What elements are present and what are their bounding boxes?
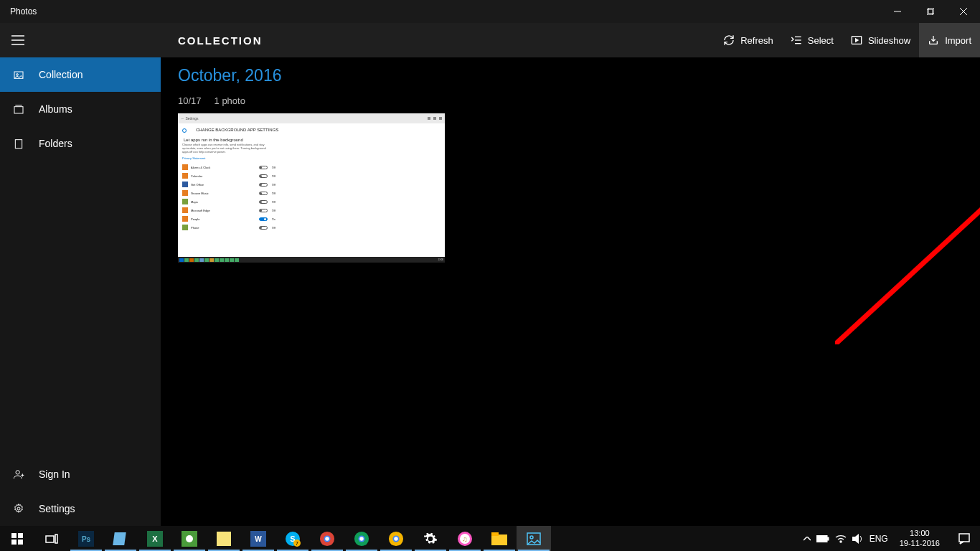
albums-icon bbox=[13, 103, 24, 115]
sidebar-item-label: Albums bbox=[39, 103, 72, 115]
taskbar-app-photoshop[interactable]: Ps bbox=[69, 526, 103, 551]
signin-label: Sign In bbox=[39, 468, 70, 480]
svg-text:Ps: Ps bbox=[82, 535, 91, 543]
tray-volume-icon[interactable] bbox=[852, 534, 864, 544]
svg-rect-2 bbox=[928, 8, 934, 14]
minimize-button[interactable] bbox=[881, 0, 914, 23]
settings-label: Settings bbox=[39, 503, 75, 514]
svg-rect-29 bbox=[46, 536, 54, 542]
import-label: Import bbox=[945, 35, 971, 46]
system-tray: ENG 13:00 19-11-2016 bbox=[804, 526, 980, 551]
sidebar-item-folders[interactable]: Folders bbox=[0, 126, 161, 161]
svg-point-15 bbox=[17, 74, 19, 76]
svg-rect-61 bbox=[816, 535, 827, 542]
svg-point-60 bbox=[530, 536, 533, 539]
taskbar-app-settings[interactable] bbox=[413, 526, 448, 551]
taskbar-app-chrome3[interactable] bbox=[379, 526, 413, 551]
taskbar: Ps X W S7 ♫ ENG 13:00 19-11-2016 bbox=[0, 526, 980, 551]
svg-point-19 bbox=[16, 471, 19, 474]
titlebar: Photos bbox=[0, 0, 980, 23]
sidebar-item-label: Collection bbox=[39, 69, 83, 80]
svg-point-22 bbox=[17, 507, 20, 510]
sidebar-signin[interactable]: Sign In bbox=[0, 457, 161, 491]
start-button[interactable] bbox=[0, 526, 34, 551]
taskbar-app-notepad[interactable] bbox=[103, 526, 138, 551]
slideshow-label: Slideshow bbox=[868, 35, 910, 46]
sidebar-item-collection[interactable]: Collection bbox=[0, 57, 161, 92]
photo-thumbnail[interactable]: ← Settings CHANGE BACKGROUND APP SETTING… bbox=[178, 113, 445, 263]
svg-point-37 bbox=[186, 535, 193, 542]
toolbar: COLLECTION Refresh Select Slideshow Impo… bbox=[0, 23, 980, 57]
annotation-arrow bbox=[835, 129, 980, 344]
taskview-button[interactable] bbox=[34, 526, 69, 551]
sidebar-item-albums[interactable]: Albums bbox=[0, 92, 161, 126]
select-button[interactable]: Select bbox=[782, 23, 842, 57]
tray-chevron-icon[interactable] bbox=[804, 537, 811, 541]
svg-rect-16 bbox=[14, 107, 23, 113]
taskbar-app-word[interactable]: W bbox=[241, 526, 275, 551]
tray-language[interactable]: ENG bbox=[870, 534, 888, 544]
svg-text:7: 7 bbox=[296, 541, 298, 546]
slideshow-button[interactable]: Slideshow bbox=[842, 23, 919, 57]
maximize-button[interactable] bbox=[914, 0, 947, 23]
tray-notifications-icon[interactable] bbox=[951, 526, 977, 551]
clock-date: 19-11-2016 bbox=[900, 539, 940, 549]
taskbar-app-camtasia[interactable] bbox=[172, 526, 207, 551]
taskbar-app-chrome2[interactable] bbox=[344, 526, 379, 551]
svg-rect-1 bbox=[927, 9, 933, 15]
import-icon bbox=[928, 34, 939, 46]
taskbar-app-itunes[interactable]: ♫ bbox=[448, 526, 482, 551]
sidebar-item-label: Folders bbox=[39, 138, 72, 149]
close-button[interactable] bbox=[947, 0, 980, 23]
person-icon bbox=[13, 468, 24, 480]
section-title: COLLECTION bbox=[178, 34, 263, 47]
taskbar-app-sticky[interactable] bbox=[207, 526, 241, 551]
svg-rect-33 bbox=[113, 532, 126, 545]
refresh-label: Refresh bbox=[740, 35, 773, 46]
svg-rect-26 bbox=[18, 533, 23, 538]
svg-point-53 bbox=[394, 537, 398, 541]
tray-wifi-icon[interactable] bbox=[835, 534, 847, 543]
svg-rect-57 bbox=[491, 534, 507, 545]
refresh-icon bbox=[723, 34, 735, 46]
taskbar-app-skype[interactable]: S7 bbox=[275, 526, 310, 551]
svg-point-50 bbox=[359, 537, 364, 541]
svg-rect-58 bbox=[491, 532, 499, 536]
taskbar-app-photos[interactable] bbox=[517, 526, 551, 551]
collection-icon bbox=[13, 69, 24, 80]
content: October, 2016 10/17 1 photo ← Settings C… bbox=[161, 57, 980, 526]
svg-rect-30 bbox=[55, 534, 57, 543]
svg-rect-25 bbox=[11, 533, 17, 538]
tray-battery-icon[interactable] bbox=[816, 535, 829, 542]
svg-marker-12 bbox=[856, 39, 858, 42]
svg-rect-38 bbox=[217, 532, 231, 546]
svg-text:♫: ♫ bbox=[462, 535, 468, 543]
select-label: Select bbox=[808, 35, 834, 46]
svg-line-24 bbox=[835, 133, 980, 344]
refresh-button[interactable]: Refresh bbox=[715, 23, 782, 57]
folders-icon bbox=[13, 138, 24, 149]
svg-text:X: X bbox=[152, 534, 158, 543]
date-line: 10/17 1 photo bbox=[178, 95, 963, 106]
tray-clock[interactable]: 13:00 19-11-2016 bbox=[894, 529, 946, 549]
month-header[interactable]: October, 2016 bbox=[178, 66, 963, 85]
slideshow-icon bbox=[851, 34, 862, 46]
svg-rect-27 bbox=[11, 540, 17, 545]
svg-point-63 bbox=[840, 541, 842, 542]
taskbar-app-excel[interactable]: X bbox=[138, 526, 172, 551]
select-icon bbox=[791, 34, 802, 46]
svg-marker-64 bbox=[852, 534, 859, 544]
taskbar-app-chrome1[interactable] bbox=[310, 526, 344, 551]
sidebar-settings[interactable]: Settings bbox=[0, 491, 161, 526]
svg-text:W: W bbox=[255, 535, 262, 543]
svg-rect-18 bbox=[15, 140, 22, 149]
date-label: 10/17 bbox=[178, 95, 202, 106]
import-button[interactable]: Import bbox=[919, 23, 980, 57]
thumb-win-header: ← Settings bbox=[178, 113, 445, 123]
photo-count: 1 photo bbox=[215, 95, 245, 106]
hamburger-button[interactable] bbox=[0, 23, 36, 57]
gear-icon bbox=[13, 503, 24, 514]
taskbar-app-explorer[interactable] bbox=[482, 526, 517, 551]
clock-time: 13:00 bbox=[900, 529, 940, 539]
svg-rect-62 bbox=[827, 537, 829, 540]
